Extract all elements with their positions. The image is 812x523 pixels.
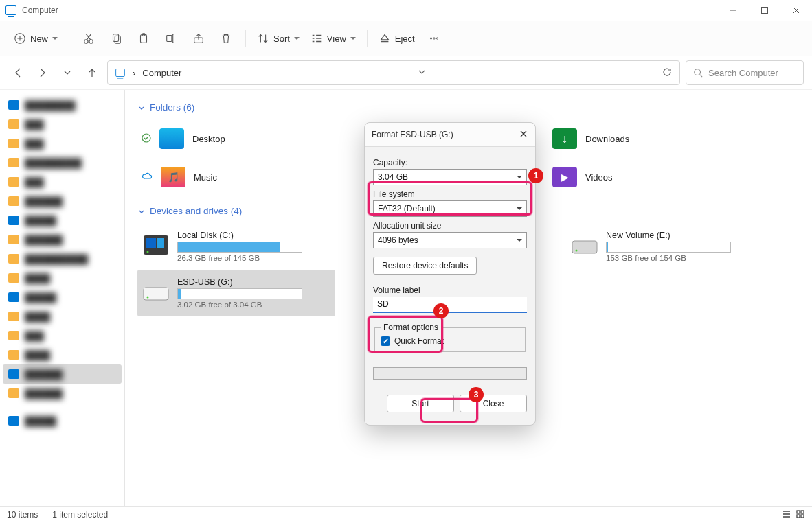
drive-icon	[570, 233, 599, 259]
capacity-label: Capacity:	[373, 158, 527, 167]
drive-esd-usb-g[interactable]: ESD-USB (G:) 3.02 GB free of 3.04 GB	[137, 270, 335, 316]
sidebar-item[interactable]: ███	[0, 326, 124, 345]
sort-button[interactable]: Sort	[251, 26, 305, 51]
eject-button[interactable]: Eject	[373, 26, 420, 51]
sidebar-item[interactable]: ████	[0, 307, 124, 326]
chevron-down-icon[interactable]	[416, 67, 427, 80]
quick-format-checkbox[interactable]: ✓ Quick Format	[381, 336, 519, 346]
list-view-button[interactable]	[782, 509, 791, 521]
search-placeholder: Search Computer	[708, 68, 778, 78]
view-button[interactable]: View	[305, 26, 361, 51]
sidebar-item[interactable]: ████	[0, 268, 124, 288]
address-bar[interactable]: › Computer	[107, 60, 680, 85]
svg-rect-8	[167, 36, 172, 42]
svg-point-14	[142, 134, 150, 142]
drive-name: ESD-USB (G:)	[177, 277, 331, 287]
drive-sub: 26.3 GB free of 145 GB	[177, 254, 331, 262]
tile-view-button[interactable]	[796, 509, 805, 521]
up-button[interactable]	[82, 63, 102, 82]
sidebar-item-computer[interactable]: ██████	[3, 364, 122, 384]
chevron-down-icon	[294, 37, 300, 43]
filesystem-label: File system	[373, 189, 527, 199]
toolbar: New Sort View Eject	[0, 21, 812, 56]
paste-button[interactable]	[130, 26, 157, 51]
sidebar-item[interactable]: ███	[0, 134, 124, 153]
breadcrumb-computer[interactable]: Computer	[142, 68, 181, 78]
drives-title: Devices and drives (4)	[150, 206, 242, 216]
section-header-folders[interactable]: Folders (6)	[137, 102, 800, 113]
format-options-group: Format options ✓ Quick Format	[374, 323, 526, 352]
restore-defaults-button[interactable]: Restore device defaults	[373, 257, 477, 275]
copy-button[interactable]	[102, 26, 130, 51]
capacity-select[interactable]: 3.04 GB	[373, 169, 527, 185]
folder-videos[interactable]: Videos	[530, 158, 727, 196]
close-button[interactable]: Close	[460, 395, 527, 412]
share-button[interactable]	[185, 26, 212, 51]
videos-folder-icon	[552, 167, 577, 187]
delete-button[interactable]	[212, 26, 240, 51]
start-button[interactable]: Start	[387, 395, 454, 412]
folder-downloads[interactable]: Downloads	[530, 119, 727, 158]
sidebar-item[interactable]: ██████	[0, 384, 124, 403]
more-button[interactable]	[420, 26, 448, 51]
new-label: New	[30, 34, 48, 44]
svg-point-13	[695, 69, 701, 75]
svg-rect-26	[797, 515, 800, 518]
alloc-select[interactable]: 4096 bytes	[373, 232, 527, 248]
sidebar-item[interactable]: ████	[0, 345, 124, 364]
svg-rect-0	[762, 8, 768, 14]
sidebar-item[interactable]: █████	[0, 411, 124, 430]
nav-row: › Computer Search Computer	[0, 56, 812, 90]
volume-label-label: Volume label	[373, 286, 527, 295]
svg-rect-17	[146, 238, 156, 248]
svg-point-2	[84, 40, 88, 43]
sidebar-item[interactable]: ██████████	[0, 249, 124, 268]
svg-point-23	[147, 297, 149, 299]
quick-format-label: Quick Format	[394, 336, 444, 346]
cloud-sync-icon	[142, 171, 153, 184]
drive-icon	[142, 280, 170, 306]
new-button[interactable]: New	[8, 26, 63, 51]
sidebar-item[interactable]: ███	[0, 115, 124, 134]
sidebar-item[interactable]: ███	[0, 172, 124, 191]
svg-point-12	[436, 38, 438, 39]
search-input[interactable]: Search Computer	[686, 60, 804, 85]
refresh-icon[interactable]	[662, 67, 673, 80]
chevron-right-icon: ›	[133, 68, 135, 78]
sidebar-item[interactable]: █████	[0, 211, 124, 230]
alloc-label: Allocation unit size	[373, 221, 527, 231]
toolbar-separator	[245, 30, 246, 47]
sidebar-item[interactable]: ██████	[0, 191, 124, 211]
dialog-title: Format ESD-USB (G:)	[372, 130, 519, 139]
dialog-titlebar[interactable]: Format ESD-USB (G:)	[365, 123, 535, 147]
drive-local-c[interactable]: Local Disk (C:) 26.3 GB free of 145 GB	[137, 223, 335, 270]
forward-button[interactable]	[33, 63, 52, 82]
folder-desktop[interactable]: Desktop	[137, 119, 334, 158]
cut-button[interactable]	[75, 26, 102, 51]
filesystem-select[interactable]: FAT32 (Default)	[373, 200, 527, 217]
window-close-button[interactable]	[780, 0, 812, 21]
sidebar-item[interactable]: █████████	[0, 153, 124, 172]
dialog-close-button[interactable]	[519, 129, 528, 141]
recent-button[interactable]	[58, 63, 77, 82]
chevron-down-icon	[517, 176, 522, 181]
maximize-button[interactable]	[749, 0, 780, 21]
drive-new-volume-e[interactable]: New Volume (E:) 153 GB free of 154 GB	[566, 223, 764, 270]
svg-rect-4	[113, 34, 119, 42]
minimize-button[interactable]	[717, 0, 749, 21]
svg-rect-24	[797, 511, 800, 513]
rename-button[interactable]	[157, 26, 185, 51]
sidebar-item[interactable]: ████████	[0, 95, 124, 115]
downloads-folder-icon	[552, 128, 577, 149]
sidebar-item[interactable]: █████	[0, 288, 124, 307]
sidebar-item[interactable]: ██████	[0, 230, 124, 249]
volume-label-input[interactable]: SD	[373, 297, 527, 313]
svg-rect-18	[157, 238, 164, 248]
folder-label: Desktop	[192, 134, 225, 144]
svg-rect-5	[115, 36, 120, 43]
svg-rect-25	[801, 511, 804, 513]
chevron-down-icon	[517, 239, 522, 244]
folder-music[interactable]: Music	[137, 158, 334, 196]
folder-label: Videos	[585, 172, 613, 183]
back-button[interactable]	[8, 63, 27, 82]
